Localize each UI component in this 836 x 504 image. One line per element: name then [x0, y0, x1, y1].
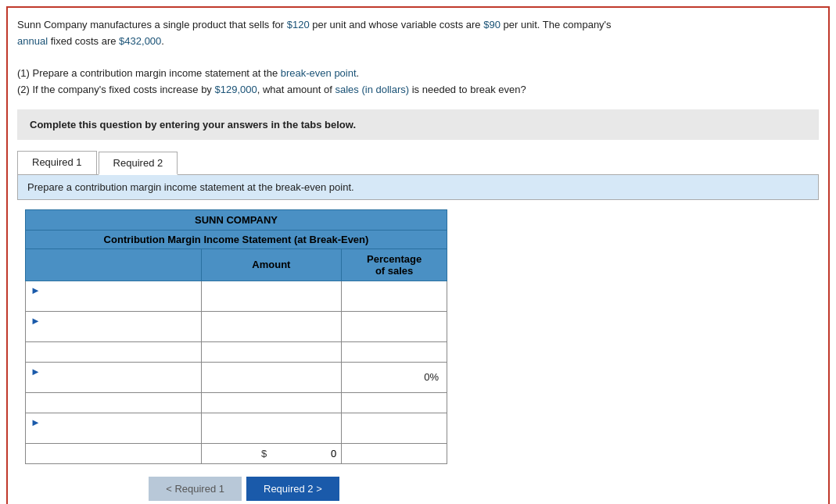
row3-label — [26, 341, 202, 362]
col-header-row: Amount Percentage of sales — [26, 248, 447, 281]
prev-button[interactable]: < Required 1 — [149, 477, 242, 501]
pct-col-header: Percentage of sales — [342, 248, 447, 281]
row2-pct — [342, 311, 447, 341]
row3-amount-input[interactable] — [206, 346, 337, 358]
next-button[interactable]: Required 2 > — [246, 477, 339, 501]
tab-required1[interactable]: Required 1 — [17, 151, 97, 174]
row6-amount-input[interactable] — [206, 422, 337, 434]
row6-label: ► — [26, 413, 202, 443]
row5-label-input[interactable] — [41, 397, 207, 409]
bottom-buttons: < Required 1 Required 2 > — [33, 477, 455, 501]
row5-label — [26, 392, 202, 413]
row7-amount-input[interactable] — [289, 448, 336, 459]
statement-title-row: Contribution Margin Income Statement (at… — [26, 230, 447, 248]
income-statement-table: SUNN COMPANY Contribution Margin Income … — [25, 209, 447, 464]
row7-label — [26, 443, 202, 463]
table-row — [26, 341, 447, 362]
company-name-cell: SUNN COMPANY — [26, 209, 447, 230]
row3-pct-input[interactable] — [346, 346, 439, 358]
row6-pct-input[interactable] — [346, 422, 439, 434]
row2-amount — [201, 311, 342, 341]
row4-amount — [201, 362, 342, 392]
tab-required2[interactable]: Required 2 — [99, 152, 178, 175]
row5-pct — [342, 392, 447, 413]
table-row — [26, 392, 447, 413]
row1-amount-input[interactable] — [206, 290, 337, 302]
tab-description-text: Prepare a contribution margin income sta… — [27, 181, 354, 193]
row5-amount-input[interactable] — [206, 397, 337, 409]
tab-content-header: Prepare a contribution margin income sta… — [17, 175, 819, 200]
row6-amount — [201, 413, 342, 443]
problem-text: Sunn Company manufactures a single produ… — [17, 17, 819, 98]
row1-pct-input[interactable] — [346, 290, 439, 302]
row6-label-input[interactable] — [30, 428, 196, 440]
row6-pct — [342, 413, 447, 443]
amount-col-header: Amount — [201, 248, 342, 281]
tabs-container: Required 1 Required 2 — [17, 151, 819, 175]
row7-amount: $ — [201, 443, 342, 463]
main-container: Sunn Company manufactures a single produ… — [6, 6, 830, 504]
row4-amount-input[interactable] — [206, 371, 337, 383]
statement-area: SUNN COMPANY Contribution Margin Income … — [25, 209, 819, 501]
row3-label-input[interactable] — [41, 346, 207, 358]
table-row: ► 0% — [26, 362, 447, 392]
row7-pct-input[interactable] — [346, 448, 439, 459]
statement-title-cell: Contribution Margin Income Statement (at… — [26, 230, 447, 248]
company-name-row: SUNN COMPANY — [26, 209, 447, 230]
row5-amount — [201, 392, 342, 413]
row2-pct-input[interactable] — [346, 320, 439, 332]
row2-amount-input[interactable] — [206, 320, 337, 332]
instruction-box: Complete this question by entering your … — [17, 109, 819, 140]
row3-amount — [201, 341, 342, 362]
instruction-text: Complete this question by entering your … — [30, 119, 356, 130]
row4-label-input[interactable] — [30, 377, 196, 389]
table-row: ► — [26, 413, 447, 443]
row1-amount — [201, 281, 342, 311]
row4-pct: 0% — [342, 362, 447, 392]
row7-label-input[interactable] — [41, 448, 207, 459]
row7-pct — [342, 443, 447, 463]
row5-pct-input[interactable] — [346, 397, 439, 409]
row1-label-input[interactable] — [30, 296, 196, 308]
label-col-header — [26, 248, 202, 281]
row1-label: ► — [26, 281, 202, 311]
row2-label-input[interactable] — [30, 327, 196, 338]
row3-pct — [342, 341, 447, 362]
table-row: $ — [26, 443, 447, 463]
row1-pct — [342, 281, 447, 311]
row2-label: ► — [26, 311, 202, 341]
table-row: ► — [26, 311, 447, 341]
table-row: ► — [26, 281, 447, 311]
row4-label: ► — [26, 362, 202, 392]
